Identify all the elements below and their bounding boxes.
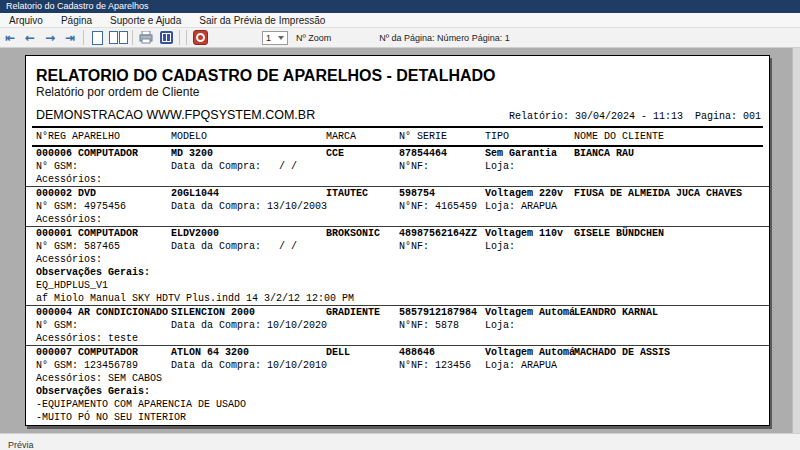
record-obs-line: -EQUIPAMENTO COM APARENCIA DE USADO [26, 398, 769, 411]
record-acessorios-line: Acessórios: [26, 213, 769, 226]
print-button[interactable] [137, 29, 155, 47]
menu-sair-da-previa[interactable]: Sair da Prévia de Impressão [190, 13, 334, 28]
record-compra: Data da Compra: 10/10/2010 [171, 360, 327, 371]
record-nf: N°NF: [399, 241, 429, 252]
first-page-icon: ⇤ [5, 29, 15, 47]
column-header: MODELO [171, 131, 207, 142]
record-compra: Data da Compra: / / [171, 241, 297, 252]
toolbar-separator [83, 30, 84, 45]
report-meta-row: DEMONSTRACAO WWW.FPQSYSTEM.COM.BR Relató… [36, 108, 761, 122]
record-serie: 488646 [399, 347, 435, 358]
record-acessorios: Acessórios: SEM CABOS [36, 373, 162, 384]
record-main-line: 000002 DVD 20GL1044 ITAUTEC 598754 Volta… [26, 187, 769, 200]
company-name: DEMONSTRACAO WWW.FPQSYSTEM.COM.BR [36, 108, 315, 122]
record-obs-label: Observações Gerais: [36, 267, 150, 278]
record-acessorios: Acessórios: [36, 214, 102, 225]
record-serie: 87854464 [399, 148, 447, 159]
page-number-label: Nº da Página: Número Página: 1 [379, 33, 509, 43]
menubar: Arquivo Página Suporte e Ajuda Sair da P… [0, 13, 800, 28]
report-page: RELATORIO DO CADASTRO DE APARELHOS - DET… [25, 55, 770, 426]
column-header: NOME DO CLIENTE [574, 131, 664, 142]
column-header: N°REG APARELHO [36, 131, 120, 142]
record-compra: Data da Compra: 13/10/2003 [171, 201, 327, 212]
exit-preview-icon [193, 30, 208, 45]
record-nf: N°NF: 5878 [399, 320, 459, 331]
toolbar-separator [132, 30, 133, 45]
app-window: Relatorio do Cadastro de Aparelhos Arqui… [0, 0, 800, 450]
record-tipo: Voltagem 110v [485, 228, 563, 239]
vertical-scrollbar[interactable] [792, 48, 800, 433]
record-serie: 598754 [399, 188, 435, 199]
window-titlebar: Relatorio do Cadastro de Aparelhos [0, 0, 800, 13]
record-detail-line: N° GSM: 587465 Data da Compra: / / N°NF:… [26, 240, 769, 253]
record-modelo: ATLON 64 3200 [171, 347, 249, 358]
record-reg: 000002 DVD [36, 188, 96, 199]
chevron-down-icon [278, 36, 284, 40]
status-bar: Prévia [0, 433, 800, 450]
record-acessorios-line: Acessórios: SEM CABOS [26, 372, 769, 385]
record-modelo: 20GL1044 [171, 188, 219, 199]
previous-page-button[interactable]: ← [21, 29, 39, 47]
record-loja: Loja: [485, 320, 515, 331]
record-acessorios-line: Acessórios: teste [26, 332, 769, 345]
record-reg: 000004 AR CONDICIONADO [36, 307, 168, 318]
zoom-select[interactable]: 1 [262, 31, 288, 45]
record-cliente: BIANCA RAU [574, 148, 634, 159]
record-reg: 000001 COMPUTADOR [36, 228, 138, 239]
record-marca: DELL [326, 347, 350, 358]
report-title: RELATORIO DO CADASTRO DE APARELHOS - DET… [36, 67, 759, 84]
record-main-line: 000004 AR CONDICIONADO SILENCION 2000 GR… [26, 306, 769, 319]
next-page-button[interactable]: → [41, 29, 59, 47]
record-loja: Loja: [485, 161, 515, 172]
menu-suporte-e-ajuda[interactable]: Suporte e Ajuda [101, 13, 190, 28]
menu-arquivo[interactable]: Arquivo [0, 13, 52, 28]
record-obs-line: af Miolo Manual SKY HDTV Plus.indd 14 3/… [26, 292, 769, 305]
record-cliente: GISELE BÜNDCHEN [574, 228, 664, 239]
printer-icon [139, 31, 153, 44]
record-cliente: LEANDRO KARNAL [574, 307, 658, 318]
last-page-button[interactable]: ⇥ [61, 29, 79, 47]
record-gsm: N° GSM: [36, 161, 78, 172]
record-serie: 48987562164ZZ [399, 228, 477, 239]
record-obs-text: -MUITO PÓ NO SEU INTERIOR [36, 412, 186, 423]
record-modelo: ELDV2000 [171, 228, 219, 239]
record-marca: GRADIENTE [326, 307, 380, 318]
record-marca: ITAUTEC [326, 188, 368, 199]
window-title: Relatorio do Cadastro de Aparelhos [6, 1, 149, 11]
record-tipo: Voltagem 220v [485, 188, 563, 199]
record-obs-line: -MUITO PÓ NO SEU INTERIOR [26, 411, 769, 424]
record-compra: Data da Compra: 10/10/2020 [171, 320, 327, 331]
preview-area: RELATORIO DO CADASTRO DE APARELHOS - DET… [0, 48, 800, 433]
record-block: 000002 DVD 20GL1044 ITAUTEC 598754 Volta… [26, 187, 769, 227]
record-cliente: FIUSA DE ALMEIDA JUCA CHAVES [574, 188, 742, 199]
record-main-line: 000001 COMPUTADOR ELDV2000 BROKSONIC 489… [26, 227, 769, 240]
record-serie: 5857912187984 [399, 307, 477, 318]
first-page-button[interactable]: ⇤ [1, 29, 19, 47]
record-detail-line: N° GSM: Data da Compra: / / N°NF: Loja: [26, 160, 769, 173]
record-nf: N°NF: 4165459 [399, 201, 477, 212]
record-obs-text: EQ_HDPLUS_V1 [36, 280, 108, 291]
print-setup-icon [160, 31, 173, 44]
two-page-view-button[interactable] [108, 29, 128, 47]
record-main-line: 000007 COMPUTADOR ATLON 64 3200 DELL 488… [26, 346, 769, 359]
record-tipo: Voltagem Automá [485, 347, 575, 358]
record-loja: Loja: ARAPUA [485, 201, 557, 212]
record-gsm: N° GSM: 123456789 [36, 360, 138, 371]
record-block: 000006 COMPUTADOR MD 3200 CCE 87854464 S… [26, 147, 769, 187]
record-modelo: MD 3200 [171, 148, 213, 159]
single-page-icon [92, 31, 103, 45]
record-block: 000007 COMPUTADOR ATLON 64 3200 DELL 488… [26, 346, 769, 424]
divider [32, 126, 763, 128]
two-page-icon [119, 31, 128, 44]
record-marca: BROKSONIC [326, 228, 380, 239]
report-subtitle: Relatório por ordem de Cliente [36, 85, 759, 99]
single-page-view-button[interactable] [88, 29, 106, 47]
record-gsm: N° GSM: 4975456 [36, 201, 126, 212]
menu-pagina[interactable]: Página [52, 13, 101, 28]
record-detail-line: N° GSM: 4975456 Data da Compra: 13/10/20… [26, 200, 769, 213]
print-setup-button[interactable] [157, 29, 175, 47]
last-page-icon: ⇥ [65, 29, 75, 47]
record-obs-label: Observações Gerais: [36, 386, 150, 397]
exit-preview-button[interactable] [191, 29, 209, 47]
record-gsm: N° GSM: 587465 [36, 241, 120, 252]
